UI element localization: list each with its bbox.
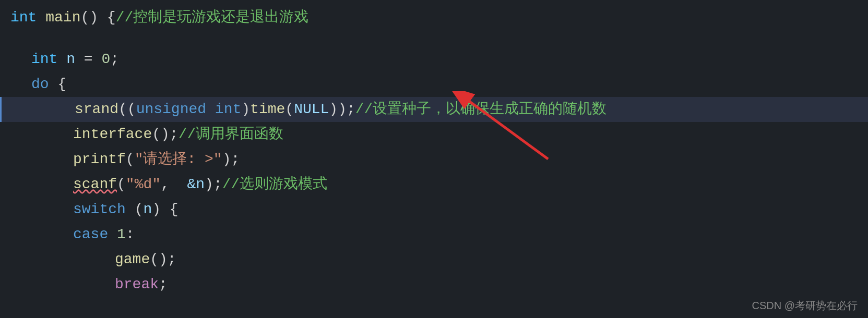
var-n-2: n bbox=[143, 197, 152, 222]
comment-4: //选则游戏模式 bbox=[222, 172, 328, 197]
svg-line-1 bbox=[470, 102, 548, 159]
num-0: 0 bbox=[101, 47, 110, 72]
str-prompt: "请选择: >" bbox=[135, 147, 222, 172]
code-line-12: break; bbox=[0, 272, 868, 297]
keyword-int-1: int bbox=[10, 5, 37, 30]
fn-srand: srand bbox=[75, 97, 118, 122]
fn-scanf: scanf bbox=[73, 172, 117, 197]
str-format: "%d" bbox=[126, 172, 161, 197]
num-1: 1 bbox=[117, 222, 126, 247]
keyword-switch: switch bbox=[73, 197, 126, 222]
code-line-1: int main() {//控制是玩游戏还是退出游戏 bbox=[0, 5, 868, 30]
var-ref-n: &n bbox=[187, 172, 205, 197]
fn-main: main bbox=[45, 5, 80, 30]
const-null: NULL bbox=[294, 97, 329, 122]
keyword-int-2: int bbox=[31, 47, 57, 72]
comment-3: //调用界面函数 bbox=[179, 122, 284, 147]
red-arrow bbox=[428, 91, 564, 164]
keyword-case: case bbox=[73, 222, 108, 247]
code-line-8: scanf("%d", &n);//选则游戏模式 bbox=[0, 172, 868, 197]
fn-interface: interface bbox=[73, 122, 152, 147]
code-line-9: switch (n) { bbox=[0, 197, 868, 222]
keyword-int-3: int bbox=[215, 97, 241, 122]
fn-time: time bbox=[250, 97, 285, 122]
keyword-break: break bbox=[115, 272, 159, 297]
comment-1: //控制是玩游戏还是退出游戏 bbox=[116, 5, 309, 30]
fn-game: game bbox=[115, 247, 150, 272]
code-line-empty-1 bbox=[0, 30, 868, 47]
watermark: CSDN @考研势在必行 bbox=[752, 299, 858, 313]
fn-printf: printf bbox=[73, 147, 126, 172]
var-n: n bbox=[66, 47, 75, 72]
code-line-10: case 1: bbox=[0, 222, 868, 247]
keyword-unsigned: unsigned bbox=[136, 97, 206, 122]
code-line-3: int n = 0; bbox=[0, 47, 868, 72]
keyword-do: do bbox=[31, 72, 49, 97]
code-container: int main() {//控制是玩游戏还是退出游戏 int n = 0; do… bbox=[0, 0, 868, 318]
code-line-11: game(); bbox=[0, 247, 868, 272]
